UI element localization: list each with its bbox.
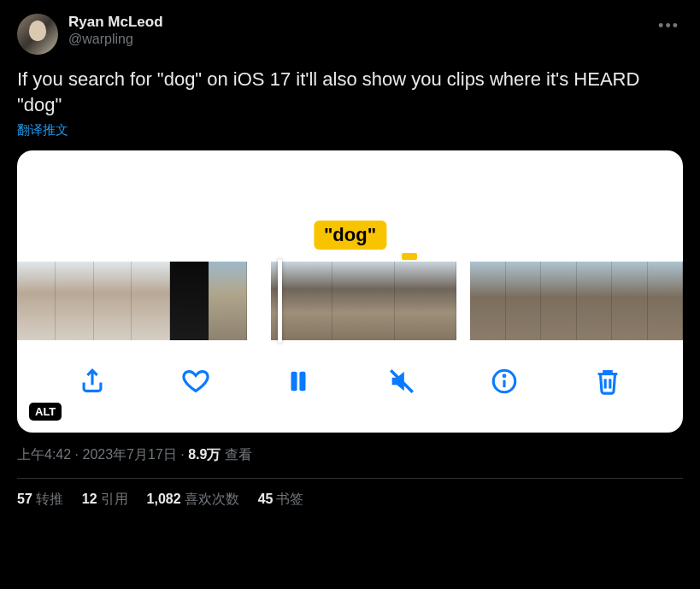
divider [17, 478, 683, 479]
svg-rect-1 [300, 372, 306, 392]
media-card[interactable]: "dog" [17, 150, 683, 433]
timeline-frame [470, 262, 506, 340]
timeline-frame [170, 262, 209, 340]
timeline-frame [94, 262, 132, 340]
share-icon[interactable] [75, 364, 109, 398]
clip-group-3[interactable] [470, 262, 683, 340]
tweet-meta: 上午4:42 · 2023年7月17日 · 8.9万 查看 [17, 446, 683, 464]
timeline-frame [612, 262, 648, 340]
engagement-stats: 57转推 12引用 1,082喜欢次数 45书签 [17, 491, 683, 509]
quotes-stat[interactable]: 12引用 [82, 491, 128, 509]
clip-group-2[interactable] [271, 262, 456, 340]
timeline-frame [132, 262, 170, 340]
timeline-frame [332, 262, 394, 340]
display-name: Ryan McLeod [68, 14, 655, 31]
caption-marker [402, 253, 417, 260]
avatar[interactable] [17, 14, 58, 55]
tweet-container: Ryan McLeod @warpling ••• If you search … [0, 0, 700, 519]
more-button[interactable]: ••• [655, 14, 683, 38]
likes-stat[interactable]: 1,082喜欢次数 [147, 491, 239, 509]
clip-group-1[interactable] [17, 262, 247, 340]
pause-icon[interactable] [281, 364, 315, 398]
mute-icon[interactable] [385, 364, 419, 398]
svg-rect-0 [291, 372, 297, 392]
author-names[interactable]: Ryan McLeod @warpling [68, 14, 655, 49]
timeline-frame [648, 262, 683, 340]
handle: @warpling [68, 31, 655, 49]
retweets-stat[interactable]: 57转推 [17, 491, 63, 509]
views-label: 查看 [221, 447, 251, 462]
timeline-frame [56, 262, 94, 340]
date[interactable]: 2023年7月17日 [82, 447, 176, 462]
timeline-frame [17, 262, 56, 340]
svg-point-5 [503, 375, 505, 377]
caption-pill: "dog" [314, 221, 386, 250]
translate-link[interactable]: 翻译推文 [17, 122, 683, 138]
media-toolbar [17, 356, 683, 407]
info-icon[interactable] [487, 364, 521, 398]
views-count: 8.9万 [188, 447, 221, 462]
alt-badge[interactable]: ALT [29, 403, 62, 421]
video-timeline[interactable] [17, 262, 683, 340]
timeline-frame [395, 262, 456, 340]
tweet-text: If you search for "dog" on iOS 17 it'll … [17, 67, 683, 117]
trash-icon[interactable] [591, 364, 625, 398]
timeline-frame [577, 262, 613, 340]
bookmarks-stat[interactable]: 45书签 [258, 491, 304, 509]
timeline-frame [541, 262, 577, 340]
timeline-frame [209, 262, 247, 340]
playhead[interactable] [278, 259, 282, 343]
tweet-header: Ryan McLeod @warpling ••• [17, 14, 683, 55]
time[interactable]: 上午4:42 [17, 447, 71, 462]
timeline-frame [506, 262, 542, 340]
heart-icon[interactable] [179, 364, 213, 398]
